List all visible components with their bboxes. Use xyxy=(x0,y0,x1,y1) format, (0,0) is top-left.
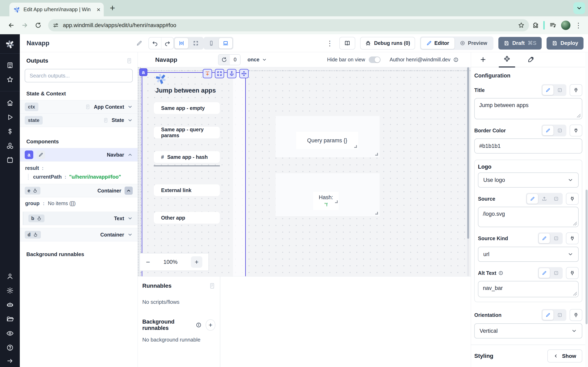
container-e-badge[interactable]: e xyxy=(25,187,40,194)
info-icon[interactable] xyxy=(498,271,503,275)
function-f-icon[interactable]: ƒ xyxy=(554,310,565,320)
nav-link-same-app-empty[interactable]: Same app - empty xyxy=(154,102,220,114)
back-icon[interactable] xyxy=(7,22,16,29)
function-f-icon[interactable]: ƒ xyxy=(551,268,562,278)
sidebar-item-settings-gear-icon[interactable] xyxy=(6,284,14,298)
undo-icon[interactable] xyxy=(149,38,161,49)
static-pencil-icon[interactable] xyxy=(539,234,550,243)
component-row-container-d[interactable]: d Container xyxy=(20,228,138,242)
sidebar-item-help-icon[interactable] xyxy=(6,341,14,355)
new-tab-button[interactable]: + xyxy=(110,3,115,13)
app-canvas[interactable]: a Jump between apps Same app - empty Sam… xyxy=(138,67,471,276)
selection-border-right[interactable] xyxy=(245,72,246,276)
selection-border-left[interactable] xyxy=(142,72,142,276)
sidebar-item-workers-robot-icon[interactable] xyxy=(6,298,14,312)
editor-tab[interactable]: Editor xyxy=(421,38,454,49)
current-path-row[interactable]: currentPath: "u/henri/navapp#foo" xyxy=(28,174,132,180)
toolbar-kebab-icon[interactable]: ⋮ xyxy=(326,39,333,47)
query-params-container[interactable]: Query params {} xyxy=(276,116,380,157)
media-playlist-icon[interactable] xyxy=(549,22,557,29)
nav-link-same-app-hash[interactable]: # Same app - hash xyxy=(154,151,220,163)
nav-link-query-params[interactable]: Same app - query params xyxy=(154,127,220,138)
container-d-badge[interactable]: d xyxy=(25,231,41,239)
url-text[interactable]: app.windmill.dev/apps/edit/u/henri/navap… xyxy=(63,22,514,29)
resize-handle[interactable] xyxy=(354,145,357,148)
selected-component-tab[interactable]: a xyxy=(139,68,147,76)
sidebar-item-favorites-icon[interactable] xyxy=(6,72,14,87)
expand-component-icon[interactable] xyxy=(215,69,224,78)
connect-plug-icon[interactable] xyxy=(570,309,582,321)
browser-menu-kebab-icon[interactable]: ⋮ xyxy=(575,21,582,29)
connect-plug-icon[interactable] xyxy=(570,125,582,136)
function-f-icon[interactable]: ƒ xyxy=(554,125,565,135)
rename-pencil-icon[interactable] xyxy=(136,40,142,46)
connect-plug-icon[interactable] xyxy=(570,84,582,96)
text-b-badge[interactable]: b xyxy=(28,215,44,222)
full-width-expand-icon[interactable] xyxy=(189,38,203,49)
ctx-row[interactable]: ctx App Context xyxy=(20,100,138,114)
logo-select[interactable]: Use logo xyxy=(478,173,579,188)
tab-close-icon[interactable]: × xyxy=(96,6,100,13)
function-f-icon[interactable]: ƒ xyxy=(551,234,562,243)
static-pencil-icon[interactable] xyxy=(539,268,550,278)
window-scrollbar[interactable] xyxy=(585,52,588,367)
title-textarea[interactable]: Jump between apps xyxy=(474,98,582,119)
forward-icon[interactable] xyxy=(20,22,29,29)
info-icon[interactable] xyxy=(196,322,201,328)
chevron-down-icon[interactable] xyxy=(127,104,133,109)
static-pencil-icon[interactable] xyxy=(543,85,553,95)
component-row-text-b[interactable]: b Text xyxy=(24,212,138,225)
source-kind-select[interactable]: url xyxy=(478,247,579,262)
url-bar[interactable]: app.windmill.dev/apps/edit/u/henri/navap… xyxy=(48,19,529,31)
connect-plug-icon[interactable] xyxy=(566,233,579,244)
redo-icon[interactable] xyxy=(161,38,173,49)
collapse-chevron-up-icon[interactable] xyxy=(125,187,133,195)
anchor-icon[interactable] xyxy=(227,69,236,78)
desktop-laptop-icon[interactable] xyxy=(219,38,232,49)
component-settings-tab-icon[interactable] xyxy=(503,52,511,67)
reload-icon[interactable] xyxy=(34,22,43,29)
hash-text-box[interactable]: Hash: "f xyxy=(313,192,339,210)
styling-tab-brush-icon[interactable] xyxy=(527,52,534,67)
sidebar-item-users-icon[interactable] xyxy=(6,269,14,284)
zoom-out-button[interactable]: − xyxy=(146,258,150,266)
function-f-icon[interactable]: ƒ xyxy=(551,194,562,204)
hash-container[interactable]: Hash: "f xyxy=(276,173,380,216)
sidebar-collapse-arrow-icon[interactable] xyxy=(7,355,13,367)
tune-sliders-icon[interactable] xyxy=(53,22,59,28)
add-background-runnable-button[interactable]: + xyxy=(206,319,215,331)
debug-runs-button[interactable]: Debug runs (0) xyxy=(360,37,415,50)
component-row-navbar[interactable]: a Navbar xyxy=(20,148,138,161)
nav-link-external[interactable]: External link xyxy=(154,184,220,196)
extensions-puzzle-icon[interactable] xyxy=(532,22,539,29)
refresh-mode-dropdown[interactable]: once xyxy=(247,57,267,63)
nav-link-other-app[interactable]: Other app xyxy=(154,212,220,224)
profile-avatar[interactable] xyxy=(561,21,571,30)
sidebar-item-home-icon[interactable] xyxy=(6,96,14,110)
upload-icon[interactable] xyxy=(539,194,550,204)
sidebar-item-folders-icon[interactable] xyxy=(6,312,14,326)
source-textarea[interactable]: /logo.svg xyxy=(478,207,579,227)
doc-list-icon[interactable] xyxy=(126,58,132,64)
centered-layout-icon[interactable] xyxy=(175,38,188,49)
static-pencil-icon[interactable] xyxy=(543,310,553,320)
insert-component-tab-plus-icon[interactable] xyxy=(480,52,486,67)
browser-tab[interactable]: Edit App u/henri/navapp | Win × xyxy=(9,3,104,16)
connect-plug-icon[interactable] xyxy=(566,193,579,205)
bookmark-star-icon[interactable] xyxy=(518,22,525,29)
move-to-top-icon[interactable] xyxy=(203,69,212,78)
mobile-phone-icon[interactable] xyxy=(205,38,218,49)
chevron-up-icon[interactable] xyxy=(127,152,133,157)
draft-button[interactable]: Draft ⌘S xyxy=(498,37,542,50)
show-styling-button[interactable]: Show xyxy=(547,350,582,363)
resize-handle[interactable] xyxy=(335,200,338,203)
hide-bar-toggle[interactable] xyxy=(369,57,380,63)
border-color-input[interactable]: #b1b1b1 xyxy=(474,138,582,154)
edit-pencil-icon[interactable] xyxy=(36,150,45,159)
deploy-button[interactable]: Deploy xyxy=(546,37,584,50)
sidebar-item-runs-icon[interactable] xyxy=(7,110,13,124)
sidebar-item-workspace-icon[interactable] xyxy=(6,58,14,72)
static-pencil-icon[interactable] xyxy=(543,125,553,135)
sidebar-item-resources-icon[interactable] xyxy=(6,139,14,153)
info-icon[interactable] xyxy=(453,57,458,62)
